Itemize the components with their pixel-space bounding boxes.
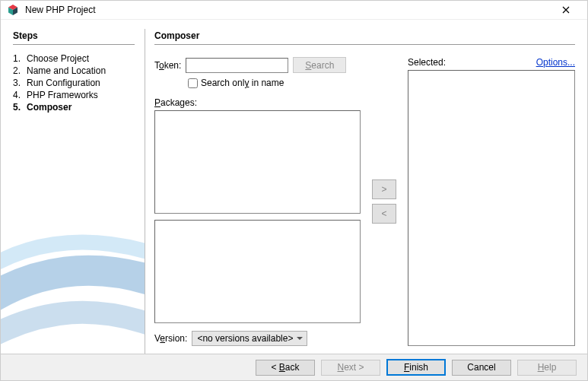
steps-list: 1.Choose Project 2.Name and Location 3.R… <box>13 52 138 113</box>
version-select[interactable]: <no versions available> <box>192 331 307 346</box>
packages-label: Packages: <box>154 97 361 108</box>
app-icon <box>7 4 19 16</box>
token-input[interactable] <box>186 58 288 73</box>
step-composer: 5.Composer <box>13 101 138 113</box>
remove-package-button[interactable]: < <box>372 204 396 224</box>
package-description-box <box>154 220 361 323</box>
search-only-in-name-label: Search only in name <box>201 78 284 88</box>
finish-button[interactable]: Finish <box>386 359 446 376</box>
back-button[interactable]: < Back <box>256 360 315 376</box>
selected-listbox[interactable] <box>408 70 575 346</box>
help-button[interactable]: Help <box>517 360 577 376</box>
cancel-button[interactable]: Cancel <box>452 360 511 376</box>
step-name-location: 2.Name and Location <box>13 65 138 77</box>
steps-sidebar: Steps 1.Choose Project 2.Name and Locati… <box>1 20 145 354</box>
titlebar: New PHP Project <box>1 1 587 20</box>
steps-heading: Steps <box>13 30 138 41</box>
wizard-button-bar: < Back Next > Finish Cancel Help <box>1 354 587 380</box>
next-button[interactable]: Next > <box>321 360 380 376</box>
step-php-frameworks: 4.PHP Frameworks <box>13 89 138 101</box>
decorative-swoosh <box>1 217 145 354</box>
close-icon[interactable] <box>551 4 581 16</box>
options-link[interactable]: Options... <box>536 57 575 68</box>
packages-listbox[interactable] <box>154 110 361 214</box>
token-label: Token: <box>154 60 181 71</box>
search-only-in-name-checkbox[interactable] <box>188 78 198 88</box>
step-choose-project: 1.Choose Project <box>13 52 138 65</box>
window-title: New PHP Project <box>25 5 551 15</box>
search-button[interactable]: Search <box>293 57 346 73</box>
step-run-configuration: 3.Run Configuration <box>13 77 138 89</box>
version-label: Version: <box>154 333 187 344</box>
add-package-button[interactable]: > <box>372 179 396 199</box>
panel-heading: Composer <box>154 30 575 41</box>
selected-label: Selected: <box>408 57 446 68</box>
